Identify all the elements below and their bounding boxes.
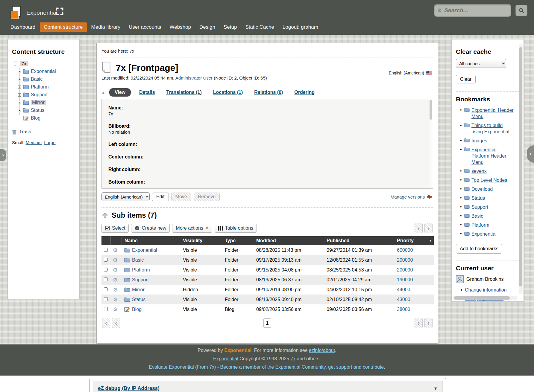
- attribute-name: Name: 7x: [108, 105, 421, 116]
- change-information-link[interactable]: Change information: [465, 287, 507, 292]
- clear-cache-button[interactable]: Clear: [456, 75, 476, 83]
- manage-versions-icon: [427, 195, 432, 199]
- table-row: ⚙ Mirror Hidden Folder 09/10/2014 08:00 …: [101, 285, 434, 295]
- ezinfo-about-link[interactable]: ezinfo/about: [309, 348, 335, 353]
- manage-versions-link[interactable]: Manage versions: [391, 194, 425, 199]
- tree-item-mirror[interactable]: + Mirror: [18, 99, 76, 106]
- expand-plus-icon[interactable]: +: [18, 109, 21, 112]
- tree-item-support[interactable]: + Support: [18, 91, 76, 99]
- tab-locations[interactable]: Locations (1): [213, 90, 243, 95]
- site-footer: Powered by Exponential. For more informa…: [0, 344, 534, 376]
- expand-plus-icon[interactable]: +: [18, 86, 21, 89]
- nav-static-cache[interactable]: Static Cache: [241, 22, 278, 32]
- nav-media-library[interactable]: Media library: [87, 22, 124, 32]
- add-to-bookmarks-button[interactable]: Add to bookmarks: [456, 244, 502, 254]
- nav-user-accounts[interactable]: User accounts: [125, 22, 165, 32]
- blog-icon: [23, 116, 29, 121]
- folder-icon: [464, 147, 470, 152]
- search-settings-gear-icon[interactable]: ⚙: [437, 7, 442, 14]
- language-select[interactable]: English (American): [101, 192, 150, 201]
- tree-item-blog[interactable]: Blog: [18, 114, 76, 122]
- row-checkbox[interactable]: [104, 277, 108, 281]
- right-panel-vertical-scrollbar[interactable]: [519, 44, 523, 294]
- page-icon: [101, 62, 111, 73]
- expand-plus-icon[interactable]: +: [18, 101, 21, 104]
- tab-translations[interactable]: Translations (1): [166, 90, 202, 95]
- debug-toggle-arrow-icon[interactable]: ▼: [433, 386, 438, 391]
- tree-item-platform[interactable]: + Platform: [18, 83, 76, 91]
- expand-plus-icon[interactable]: +: [18, 78, 21, 81]
- tree-item-status[interactable]: + Status: [18, 106, 76, 114]
- search-button[interactable]: [515, 5, 527, 16]
- right-panel-horizontal-scrollbar[interactable]: [453, 296, 518, 300]
- bookmarks-title: Bookmarks: [456, 96, 515, 103]
- create-new-button[interactable]: Create new: [131, 224, 170, 233]
- tab-view[interactable]: View: [109, 88, 131, 97]
- plus-circle-icon: [135, 226, 139, 231]
- search-input[interactable]: [444, 7, 523, 14]
- ez-debug-link[interactable]: eZ debug (By IP Address): [98, 385, 160, 391]
- row-gear-icon[interactable]: ⚙: [113, 257, 118, 263]
- row-gear-icon[interactable]: ⚙: [113, 297, 118, 303]
- pagination: ‹ ‹ 1 › ›: [101, 318, 433, 329]
- tree-item-basic[interactable]: + Basic: [18, 75, 76, 83]
- sevenx-link[interactable]: 7x: [290, 356, 295, 361]
- ez-debug-panel: eZ debug (By IP Address) ▼: [89, 378, 446, 392]
- clear-cache-title: Clear cache: [456, 48, 515, 55]
- nav-logout[interactable]: Logout: graham: [279, 22, 322, 32]
- row-gear-icon[interactable]: ⚙: [113, 267, 118, 273]
- row-checkbox[interactable]: [104, 297, 108, 301]
- up-arrow-icon[interactable]: [102, 212, 108, 218]
- tab-ordering[interactable]: Ordering: [294, 90, 315, 95]
- row-gear-icon[interactable]: ⚙: [113, 287, 118, 293]
- right-panel-collapse-handle[interactable]: ‹: [527, 145, 534, 163]
- cache-type-select[interactable]: All caches: [456, 59, 506, 68]
- search-box: ⚙: [434, 4, 511, 17]
- tab-details[interactable]: Details: [139, 90, 155, 95]
- nav-webshop[interactable]: Webshop: [166, 22, 195, 32]
- select-button[interactable]: Select: [101, 224, 129, 233]
- table-row: ⚙ Status Visible Folder 08/13/2025 09:40…: [101, 295, 434, 304]
- row-checkbox[interactable]: [104, 307, 108, 311]
- left-panel-expand-handle[interactable]: ›: [0, 149, 6, 161]
- row-gear-icon[interactable]: ⚙: [113, 277, 118, 283]
- tree-item-exponential[interactable]: + Exponential: [18, 68, 76, 75]
- attribute-right-column: Right column:: [108, 167, 421, 172]
- nav-setup[interactable]: Setup: [220, 22, 241, 32]
- community-link[interactable]: Become a member of the Exponential Commu…: [220, 364, 384, 370]
- expand-plus-icon[interactable]: +: [18, 93, 21, 97]
- row-checkbox[interactable]: [104, 248, 108, 252]
- size-medium-link[interactable]: Medium: [26, 140, 42, 145]
- bookmark-item: •Exponential Platform Header Menu: [460, 147, 515, 165]
- user-name: Graham Brookins: [466, 277, 504, 282]
- nav-design[interactable]: Design: [195, 22, 219, 32]
- size-large-link[interactable]: Large: [44, 140, 55, 145]
- bookmark-item: •Support: [460, 204, 515, 210]
- row-gear-icon[interactable]: ⚙: [113, 247, 118, 253]
- table-options-button[interactable]: Table options: [215, 224, 257, 233]
- trash-link[interactable]: Trash: [19, 129, 31, 135]
- row-checkbox[interactable]: [104, 287, 108, 291]
- sort-desc-icon: ▼: [429, 239, 432, 242]
- nav-dashboard[interactable]: Dashboard: [7, 22, 39, 32]
- row-checkbox[interactable]: [104, 268, 108, 271]
- exponential-link[interactable]: Exponential: [213, 356, 238, 361]
- tree-root-7x[interactable]: 7x: [14, 61, 76, 66]
- remove-button: Remove: [194, 193, 220, 201]
- row-checkbox[interactable]: [104, 258, 108, 262]
- row-gear-icon[interactable]: ⚙: [113, 306, 118, 312]
- nav-content-structure[interactable]: Content structure: [40, 22, 87, 32]
- folder-icon: [464, 222, 470, 227]
- administrator-user-link[interactable]: Administrator User: [175, 75, 213, 80]
- evaluate-link[interactable]: Evaluate Exponential (From 7x): [149, 364, 216, 370]
- expand-plus-icon[interactable]: +: [18, 70, 21, 73]
- folder-icon: [464, 196, 470, 200]
- attributes-scrollbar[interactable]: [429, 99, 433, 188]
- more-actions-button[interactable]: More actions ▼: [172, 224, 212, 233]
- tab-relations[interactable]: Relations (0): [254, 90, 283, 95]
- fullscreen-icon[interactable]: [55, 7, 64, 16]
- page-icon: [14, 61, 18, 66]
- collapse-triangle-icon[interactable]: ▲: [101, 90, 105, 94]
- edit-button[interactable]: Edit: [152, 193, 169, 201]
- tree-root-label[interactable]: 7x: [20, 61, 28, 66]
